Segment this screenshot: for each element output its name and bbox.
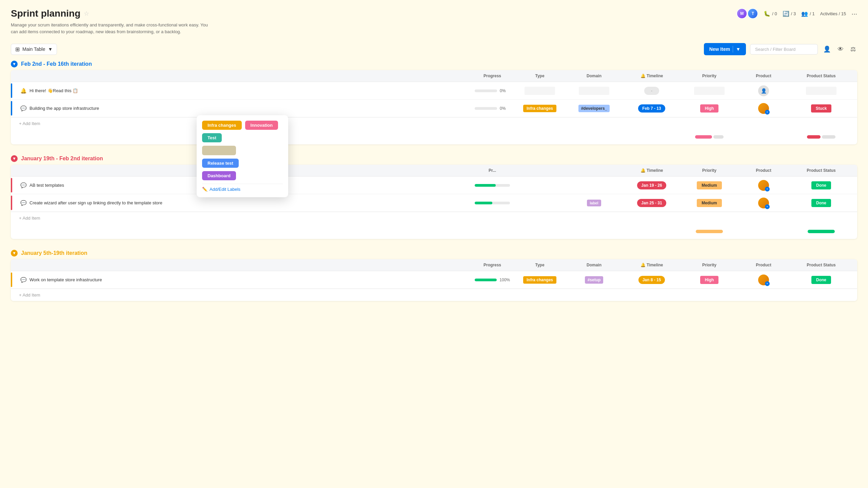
progress-cell[interactable]	[472, 200, 513, 206]
type-cell[interactable]: Infra changes	[513, 103, 567, 114]
priority-cell[interactable]: Medium	[682, 179, 736, 191]
priority-cell[interactable]	[682, 85, 736, 97]
more-options-button[interactable]: ···	[851, 10, 857, 18]
star-icon[interactable]: ☆	[84, 10, 89, 17]
priority-badge-high[interactable]: High	[700, 104, 719, 113]
avatar-user1[interactable]: M	[736, 8, 747, 19]
domain-cell[interactable]	[567, 183, 621, 187]
status-badge-done[interactable]: Done	[811, 181, 831, 189]
domain-cell[interactable]: #developers_	[567, 103, 621, 114]
avatar-user2[interactable]: T	[747, 8, 758, 19]
product-status-cell[interactable]	[791, 85, 852, 97]
priority-cell[interactable]: High	[682, 274, 736, 286]
status-badge-stuck[interactable]: Stuck	[811, 104, 832, 113]
avatar-group[interactable]: M T	[736, 8, 758, 19]
type-tag-infra[interactable]: Infra changes	[523, 276, 556, 284]
status-badge-done2[interactable]: Done	[811, 276, 831, 284]
row-name-building[interactable]: 💬 Building the app store infrastructure	[16, 105, 472, 111]
members-stat[interactable]: 👥 / 1	[801, 11, 814, 17]
product-avatar[interactable]: +	[758, 274, 769, 285]
domain-tag[interactable]: #developers_	[578, 105, 610, 112]
progress-cell[interactable]: 0%	[472, 86, 513, 95]
domain-tag-label[interactable]: label	[587, 200, 601, 206]
search-input[interactable]: Search / Filter Board	[750, 44, 818, 55]
group3-collapse-button[interactable]: ▼	[11, 250, 18, 257]
priority-badge-medium[interactable]: Medium	[697, 181, 722, 189]
domain-tag-setup[interactable]: #setup	[585, 276, 604, 284]
type-cell[interactable]: Infra changes	[513, 274, 567, 286]
timeline-cell[interactable]: Jan 19 - 26	[621, 179, 682, 191]
timeline-badge[interactable]: Feb 7 - 13	[638, 104, 665, 113]
filter-icon-button[interactable]: ⚖	[849, 44, 857, 54]
domain-cell[interactable]	[567, 85, 621, 97]
row-name-hi-there[interactable]: 🔔 Hi there! 👋Read this 📋	[16, 88, 472, 94]
add-item-button-group2[interactable]: + Add Item	[11, 212, 857, 224]
type-dropdown-popup[interactable]: Infra changes Innovation Test Release te…	[197, 115, 288, 197]
product-cell[interactable]: +	[736, 272, 791, 287]
row-name-wizard[interactable]: 💬 Create wizard after user sign up linki…	[16, 200, 472, 206]
timeline-badge-orange[interactable]: Jan 8 - 15	[638, 276, 665, 284]
dropdown-option-empty[interactable]	[202, 146, 236, 155]
type-cell[interactable]	[513, 183, 567, 187]
row-name-work-template[interactable]: 💬 Work on template store infrastructure	[16, 277, 472, 283]
dropdown-option-innovation[interactable]: Innovation	[245, 121, 278, 130]
table-row: 💬 AB test templates Jan 19 - 26 Me	[11, 177, 857, 194]
add-item-button-group1[interactable]: + Add Item	[11, 117, 857, 129]
product-status-cell[interactable]: Done	[791, 179, 852, 191]
user-icon-button[interactable]: 👤	[822, 44, 832, 54]
dropdown-option-test[interactable]: Test	[202, 133, 222, 142]
add-item-button-group3[interactable]: + Add Item	[11, 289, 857, 301]
timeline-badge[interactable]: Jan 19 - 26	[637, 181, 666, 189]
eye-icon-button[interactable]: 👁	[836, 44, 845, 54]
bugs-stat[interactable]: 🐛 / 0	[764, 11, 777, 17]
comment-icon[interactable]: 💬	[20, 182, 27, 188]
group2-collapse-button[interactable]: ▼	[11, 155, 18, 162]
timeline-badge[interactable]: Jan 25 - 31	[637, 199, 666, 207]
activities-stat[interactable]: Activities / 15	[820, 11, 846, 16]
add-edit-labels-button[interactable]: ✏️ Add/Edit Labels	[202, 187, 283, 192]
group2-title[interactable]: January 19th - Feb 2nd iteration	[21, 156, 103, 162]
dropdown-option-release-test[interactable]: Release test	[202, 159, 239, 168]
group3-title[interactable]: January 5th-19th iteration	[21, 250, 87, 256]
domain-cell[interactable]: label	[567, 198, 621, 208]
notification-icon: 🔔	[20, 88, 27, 94]
product-avatar[interactable]: +	[758, 103, 769, 114]
dropdown-option-dashboard[interactable]: Dashboard	[202, 171, 236, 180]
product-avatar[interactable]: +	[758, 180, 769, 191]
timeline-cell[interactable]: Jan 8 - 15	[621, 274, 682, 286]
comment-icon[interactable]: 💬	[20, 277, 27, 283]
progress-text: 100%	[499, 278, 510, 282]
status-badge-done[interactable]: Done	[811, 199, 831, 207]
type-cell[interactable]	[513, 85, 567, 97]
product-status-cell[interactable]: Done	[791, 197, 852, 209]
priority-summary	[682, 135, 736, 139]
progress-cell[interactable]: 0%	[472, 104, 513, 113]
table-selector[interactable]: ⊞ Main Table ▼	[11, 44, 57, 55]
timeline-cell[interactable]: Feb 7 - 13	[621, 102, 682, 115]
group1-title[interactable]: Feb 2nd - Feb 16th iteration	[21, 61, 92, 67]
type-tag[interactable]: Infra changes	[523, 105, 556, 112]
group1-collapse-button[interactable]: ▼	[11, 61, 18, 67]
product-status-cell[interactable]: Done	[791, 274, 852, 286]
domain-cell[interactable]: #setup	[567, 274, 621, 286]
progress-cell[interactable]	[472, 182, 513, 189]
product-cell[interactable]: +	[736, 101, 791, 116]
priority-cell[interactable]: Medium	[682, 197, 736, 209]
product-status-cell[interactable]: Stuck	[791, 102, 852, 115]
type-cell[interactable]	[513, 201, 567, 205]
product-cell[interactable]: 👤	[736, 83, 791, 98]
priority-cell[interactable]: High	[682, 102, 736, 115]
dropdown-option-infra-changes[interactable]: Infra changes	[202, 121, 242, 130]
comment-icon[interactable]: 💬	[20, 200, 27, 206]
timeline-cell[interactable]: Jan 25 - 31	[621, 197, 682, 209]
new-item-button[interactable]: New Item ▼	[704, 43, 746, 55]
progress-cell[interactable]: 100%	[472, 276, 513, 284]
comment-icon[interactable]: 💬	[20, 105, 27, 111]
product-avatar[interactable]: +	[758, 198, 769, 208]
sprints-stat[interactable]: 🔄 / 3	[783, 11, 796, 17]
timeline-cell[interactable]: -	[621, 85, 682, 97]
priority-badge-high2[interactable]: High	[700, 276, 719, 284]
product-cell[interactable]: +	[736, 178, 791, 193]
priority-badge-medium[interactable]: Medium	[697, 199, 722, 207]
product-cell[interactable]: +	[736, 196, 791, 210]
